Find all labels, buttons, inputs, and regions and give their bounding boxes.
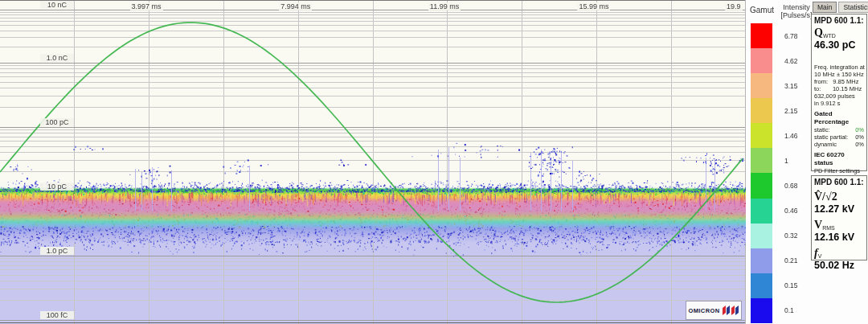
gamut-level-6.78 xyxy=(751,23,772,48)
time-tick-label: 19.9 xyxy=(725,2,743,10)
voltage-row: VRMS12.16 kV xyxy=(814,217,864,243)
gated-row-label: dynamic xyxy=(814,141,837,148)
gamut-level-label: 0.68 xyxy=(784,182,812,190)
gamut-level-label: 1 xyxy=(784,157,812,165)
gamut-level-0.32 xyxy=(751,224,772,248)
qwtd-symbol: QWTD xyxy=(814,25,864,39)
gamut-level-label: 0.32 xyxy=(784,232,812,240)
gamut-level-0.15 xyxy=(751,273,772,298)
freq-info-line: from: 9.85 MHz xyxy=(814,78,864,85)
qwtd-info-box: MPD 600 1.1: QWTD 46.30 pC Freq. integra… xyxy=(811,14,867,171)
gamut-level-label: 4.62 xyxy=(784,57,812,65)
voltage-rows: V̂/√212.27 kVVRMS12.16 kVfV50.02 Hz xyxy=(814,189,864,271)
panel-tabs: MainStatistics xyxy=(813,2,868,13)
quantity-symbol: V xyxy=(814,219,822,231)
gamut-level-2.15 xyxy=(751,98,772,123)
freq-info-line: 10 MHz ± 150 kHz xyxy=(814,71,864,78)
gated-percentage-rows: static:0%static partial:0%dynamic0% xyxy=(814,126,864,148)
gamut-level-0.68 xyxy=(751,173,772,198)
gated-row: static partial:0% xyxy=(814,133,864,141)
gated-percentage-title: Gated Percentage xyxy=(814,110,864,126)
voltage-row: fV50.02 Hz xyxy=(814,245,864,271)
freq-info-line: to: 10.15 MHz xyxy=(814,85,864,92)
gamut-level-1 xyxy=(751,148,772,173)
omicron-logo-text: OMICRON xyxy=(688,307,719,314)
iec-status-title: IEC 60270 status xyxy=(814,151,864,167)
gamut-level-label: 6.78 xyxy=(784,32,812,40)
gamut-level-label: 1.46 xyxy=(784,132,812,140)
gamut-level-label: 0.1 xyxy=(784,306,812,314)
qwtd-value: 46.30 pC xyxy=(814,39,864,51)
time-tick-label: 11.99 ms xyxy=(428,2,461,10)
tab-main[interactable]: Main xyxy=(813,2,837,13)
charge-tick-label: 10 nC xyxy=(40,1,74,9)
gated-row: static:0% xyxy=(814,126,864,133)
charge-tick-label: 1.0 pC xyxy=(40,247,74,255)
voltage-sine-wave xyxy=(0,0,746,324)
gated-row-label: static: xyxy=(814,126,830,133)
gamut-level-label: 2.15 xyxy=(784,107,812,115)
gated-row-value: 0% xyxy=(855,141,864,148)
freq-info-line: in 9.912 s xyxy=(814,100,864,107)
gated-row-label: static partial: xyxy=(814,133,848,141)
quantity-subscript: RMS xyxy=(822,225,835,231)
device-title: MPD 600 1.1: xyxy=(814,16,864,25)
quantity-value: 50.02 Hz xyxy=(814,260,864,271)
charge-tick-label: 100 pC xyxy=(40,118,74,126)
voltage-info-box: MPD 600 1.1: V̂/√212.27 kVVRMS12.16 kVfV… xyxy=(811,175,867,260)
gamut-level-0.1 xyxy=(751,298,772,323)
intensity-legend-title: Intensity xyxy=(776,3,817,11)
gamut-level-0.46 xyxy=(751,199,772,224)
gamut-level-label: 0.46 xyxy=(784,207,812,215)
time-tick-label: 7.994 ms xyxy=(279,2,312,10)
quantity-subscript: V xyxy=(818,253,822,259)
charge-tick-label: 100 fC xyxy=(40,311,74,319)
gamut-level-label: 0.21 xyxy=(784,256,812,265)
gated-row-value: 0% xyxy=(855,126,864,133)
gamut-color-bar xyxy=(751,23,772,323)
gamut-level-1.46 xyxy=(751,123,772,148)
gamut-level-label: 0.15 xyxy=(784,281,812,289)
gamut-level-label: 3.15 xyxy=(784,82,812,90)
charge-tick-label: 1.0 nC xyxy=(40,54,74,62)
time-tick-label: 3.997 ms xyxy=(130,2,163,10)
mpd-app-window: 3.997 ms7.994 ms11.99 ms15.99 ms19.9 10 … xyxy=(0,0,868,324)
omicron-logo-icon xyxy=(722,305,739,316)
omicron-watermark: OMICRON xyxy=(686,301,742,320)
quantity-value: 12.16 kV xyxy=(814,232,864,243)
quantity-value: 12.27 kV xyxy=(814,203,864,215)
gated-row: dynamic0% xyxy=(814,141,864,148)
tab-statistics[interactable]: Statistics xyxy=(838,2,868,13)
voltage-row: V̂/√212.27 kV xyxy=(814,189,864,215)
freq-info-line: Freq. integration at xyxy=(814,64,864,71)
quantity-symbol: V̂/√2 xyxy=(814,191,837,203)
gamut-level-3.15 xyxy=(751,73,772,98)
gamut-level-4.62 xyxy=(751,48,772,73)
device-title: MPD 600 1.1: xyxy=(814,178,864,187)
gamut-label: Gamut xyxy=(746,6,778,14)
freq-info-line: 632,009 pulses xyxy=(814,92,864,100)
gamut-level-0.21 xyxy=(751,248,772,273)
time-tick-label: 15.99 ms xyxy=(577,2,610,10)
freq-integration-info: Freq. integration at10 MHz ± 150 kHzfrom… xyxy=(814,64,864,107)
gated-row-value: 0% xyxy=(855,133,864,141)
prpd-chart-area[interactable]: 3.997 ms7.994 ms11.99 ms15.99 ms19.9 10 … xyxy=(0,0,746,324)
right-panel: Gamut Intensity [Pulses/s] MainStatistic… xyxy=(746,0,868,324)
charge-tick-label: 10 pC xyxy=(40,183,74,191)
